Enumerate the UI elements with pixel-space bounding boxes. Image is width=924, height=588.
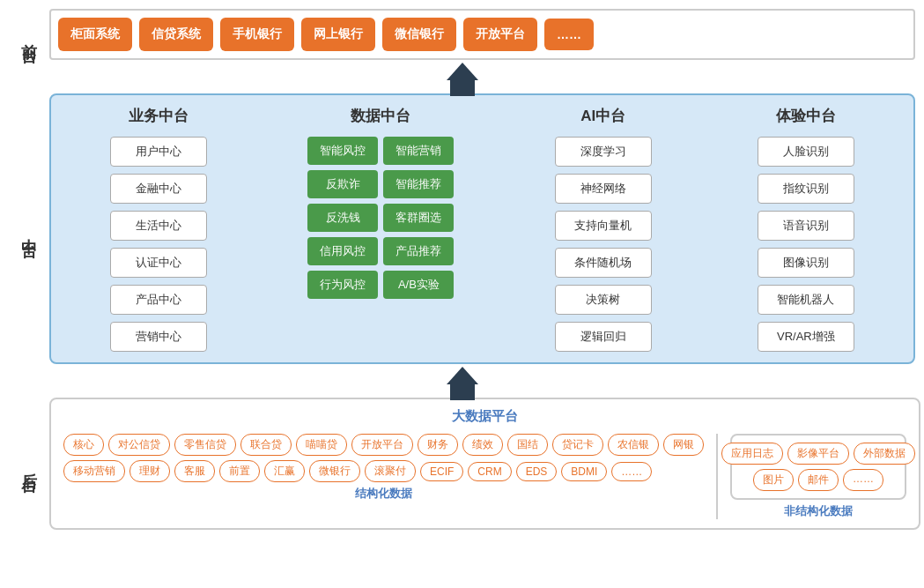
unstruct-tag: 影像平台: [787, 443, 849, 465]
ai-item: 条件随机场: [555, 248, 652, 278]
backend-tag: 微银行: [309, 460, 360, 482]
backend-tag: 滚聚付: [365, 460, 416, 482]
frontend-box: 柜面系统: [58, 18, 132, 51]
data-right-item: 产品推荐: [383, 237, 454, 265]
experience-item: 指纹识别: [758, 174, 854, 204]
ai-title: AI中台: [580, 106, 625, 126]
unstruct-tag: ……: [843, 469, 883, 491]
backend-tag: 绩效: [462, 434, 503, 456]
structured-section: 核心对公信贷零售信贷联合贷喵喵贷开放平台财务绩效国结贷记卡农信银网银 移动营销理…: [63, 434, 704, 519]
backend-tag: EDS: [516, 462, 558, 481]
structured-label: 结构化数据: [63, 486, 704, 502]
data-platform: 数据中台 智能风控反欺诈反洗钱信用风控行为风控 智能营销智能推荐客群圈选产品推荐…: [264, 106, 497, 352]
backend-tag: 喵喵贷: [296, 434, 347, 456]
ai-item: 支持向量机: [555, 211, 652, 241]
arrow-down-2: [447, 367, 478, 400]
middleware-section: 中台 业务中台 用户中心金融中心生活中心认证中心产品中心营销中心 数据中台 智能…: [9, 93, 915, 364]
arrow-down-1: [447, 63, 478, 96]
ai-item: 逻辑回归: [555, 322, 652, 352]
ai-platform: AI中台 深度学习神经网络支持向量机条件随机场决策树逻辑回归: [506, 106, 700, 352]
backend-tag: 对公信贷: [108, 434, 170, 456]
backend-tag: 核心: [63, 434, 104, 456]
backend-tag: CRM: [468, 462, 511, 481]
frontend-box: 微信银行: [382, 18, 456, 51]
unstruct-tag: 外部数据: [854, 443, 915, 465]
data-right-item: A/B实验: [383, 271, 454, 299]
data-right-item: 智能推荐: [383, 170, 454, 198]
backend-tag: 零售信贷: [174, 434, 236, 456]
data-left-col: 智能风控反欺诈反洗钱信用风控行为风控: [307, 137, 378, 299]
backend-tag: 开放平台: [351, 434, 413, 456]
arrow-area-bottom: [9, 369, 915, 398]
experience-items: 人脸识别指纹识别语音识别图像识别智能机器人VR/AR增强: [709, 137, 903, 352]
unstruct-tag: 邮件: [798, 469, 839, 491]
ai-item: 决策树: [555, 285, 652, 315]
business-item: 产品中心: [110, 285, 207, 315]
frontend-boxes: 柜面系统信贷系统手机银行网上银行微信银行开放平台……: [49, 9, 915, 60]
frontend-box: 手机银行: [220, 18, 294, 51]
data-left-item: 信用风控: [307, 237, 378, 265]
backend-tag: 移动营销: [63, 460, 125, 482]
data-right-item: 客群圈选: [383, 204, 454, 232]
backend-tag: ECIF: [420, 462, 463, 481]
arrow-area-top: [9, 65, 915, 93]
ai-items: 深度学习神经网络支持向量机条件随机场决策树逻辑回归: [506, 137, 700, 352]
frontend-section: 前台 柜面系统信贷系统手机银行网上银行微信银行开放平台……: [9, 9, 915, 60]
experience-platform: 体验中台 人脸识别指纹识别语音识别图像识别智能机器人VR/AR增强: [709, 106, 903, 352]
business-item: 认证中心: [110, 248, 207, 278]
backend-tag: 客服: [174, 460, 215, 482]
business-item: 用户中心: [110, 137, 207, 167]
business-item: 营销中心: [110, 322, 207, 352]
data-left-item: 智能风控: [307, 137, 378, 165]
frontend-box: ……: [544, 19, 594, 50]
data-left-item: 反欺诈: [307, 170, 378, 198]
backend-tag: 网银: [663, 434, 704, 456]
backend-two-cols: 核心对公信贷零售信贷联合贷喵喵贷开放平台财务绩效国结贷记卡农信银网银 移动营销理…: [63, 434, 906, 519]
unstructured-row2: 图片邮件……: [739, 469, 898, 491]
frontend-box: 开放平台: [463, 18, 537, 51]
backend-tag: 汇赢: [264, 460, 305, 482]
frontend-box: 信贷系统: [139, 18, 213, 51]
backend-tag: 理财: [129, 460, 170, 482]
unstructured-row1: 应用日志影像平台外部数据: [739, 443, 898, 465]
experience-item: 图像识别: [758, 248, 854, 278]
structured-rows: 核心对公信贷零售信贷联合贷喵喵贷开放平台财务绩效国结贷记卡农信银网银 移动营销理…: [63, 434, 704, 482]
business-items: 用户中心金融中心生活中心认证中心产品中心营销中心: [62, 137, 255, 352]
backend-tag: 前置: [219, 460, 260, 482]
divider: [716, 434, 718, 519]
main-container: 前台 柜面系统信贷系统手机银行网上银行微信银行开放平台…… 中台 业务中台 用户…: [0, 0, 924, 539]
unstruct-tag: 图片: [753, 469, 794, 491]
backend-tag: 国结: [507, 434, 548, 456]
bigdata-title: 大数据平台: [63, 408, 906, 425]
data-right-col: 智能营销智能推荐客群圈选产品推荐A/B实验: [383, 137, 454, 299]
data-right-item: 智能营销: [383, 137, 454, 165]
unstructured-boxes: 应用日志影像平台外部数据 图片邮件……: [730, 434, 906, 500]
backend-tag: 贷记卡: [552, 434, 603, 456]
backend-content: 大数据平台 核心对公信贷零售信贷联合贷喵喵贷开放平台财务绩效国结贷记卡农信银网银…: [49, 398, 920, 530]
experience-item: 智能机器人: [758, 285, 854, 315]
unstructured-section: 应用日志影像平台外部数据 图片邮件…… 非结构化数据: [730, 434, 906, 519]
frontend-label: 前台: [9, 9, 49, 60]
backend-section: 后台 大数据平台 核心对公信贷零售信贷联合贷喵喵贷开放平台财务绩效国结贷记卡农信…: [9, 398, 915, 530]
data-left-item: 反洗钱: [307, 204, 378, 232]
middleware-content: 业务中台 用户中心金融中心生活中心认证中心产品中心营销中心 数据中台 智能风控反…: [49, 93, 915, 364]
structured-row2: 移动营销理财客服前置汇赢微银行滚聚付ECIFCRMEDSBDMI……: [63, 460, 704, 482]
backend-tag: 农信银: [608, 434, 659, 456]
middleware-label: 中台: [9, 93, 49, 364]
experience-item: 人脸识别: [758, 137, 854, 167]
experience-item: VR/AR增强: [758, 322, 854, 352]
structured-row1: 核心对公信贷零售信贷联合贷喵喵贷开放平台财务绩效国结贷记卡农信银网银: [63, 434, 704, 456]
data-title: 数据中台: [351, 106, 410, 126]
experience-item: 语音识别: [758, 211, 854, 241]
backend-label: 后台: [9, 398, 49, 530]
experience-title: 体验中台: [776, 106, 836, 126]
business-item: 生活中心: [110, 211, 207, 241]
business-platform: 业务中台 用户中心金融中心生活中心认证中心产品中心营销中心: [62, 106, 255, 352]
data-left-item: 行为风控: [307, 271, 378, 299]
backend-tag: 财务: [418, 434, 458, 456]
unstructured-label: 非结构化数据: [730, 503, 906, 519]
ai-item: 深度学习: [555, 137, 652, 167]
backend-tag: 联合贷: [240, 434, 292, 456]
business-item: 金融中心: [110, 174, 207, 204]
frontend-box: 网上银行: [301, 18, 375, 51]
